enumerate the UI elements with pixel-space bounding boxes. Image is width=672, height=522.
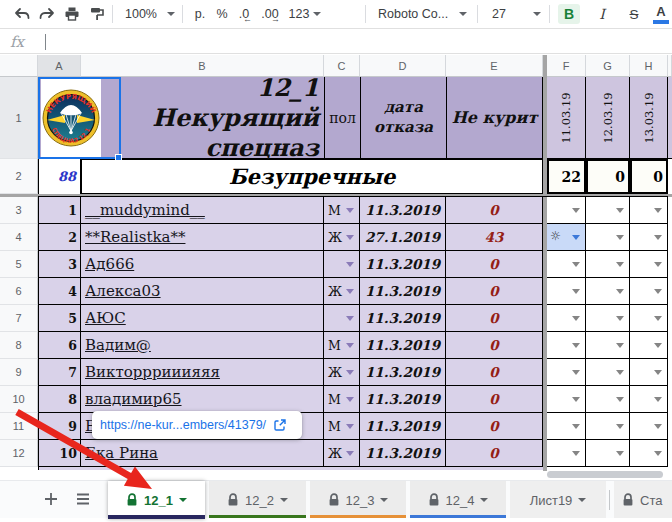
zoom-caret[interactable] — [166, 4, 176, 24]
formula-bar[interactable]: fx — [0, 28, 672, 54]
total-count-cell[interactable]: 88 — [38, 159, 81, 194]
dropdown-icon[interactable] — [346, 343, 354, 348]
dropdown-icon[interactable] — [346, 289, 354, 294]
day-cell[interactable] — [586, 251, 630, 278]
select-all-corner[interactable] — [0, 55, 38, 77]
day-cell[interactable] — [630, 251, 668, 278]
day-cell[interactable] — [547, 440, 586, 467]
row-header-3[interactable]: 3 — [0, 197, 38, 224]
italic-button[interactable]: I — [594, 4, 610, 24]
day-cell[interactable] — [630, 413, 668, 440]
dropdown-icon[interactable] — [616, 262, 624, 267]
strikethrough-button[interactable]: S — [626, 4, 642, 24]
days-count-cell[interactable]: 0 — [446, 440, 543, 467]
days-count-cell[interactable]: 43 — [446, 224, 543, 251]
row-header-8[interactable]: 8 — [0, 332, 38, 359]
member-name-link[interactable]: **Realistka** — [81, 224, 324, 251]
member-name-link[interactable]: Вадим@ — [81, 332, 324, 359]
day-cell[interactable] — [630, 305, 668, 332]
index-cell[interactable]: 3 — [38, 251, 81, 278]
row-header-2[interactable]: 2 — [0, 159, 38, 194]
member-name-link[interactable]: __muddymind__ — [81, 197, 324, 224]
gender-cell[interactable]: Ж — [324, 440, 360, 467]
day-header-1[interactable]: 11.03.19 — [547, 77, 586, 159]
quit-date-cell[interactable]: 11.3.2019 — [360, 332, 446, 359]
dropdown-icon[interactable] — [654, 451, 662, 456]
quit-date-cell[interactable]: 11.3.2019 — [360, 386, 446, 413]
tab-12_4[interactable]: 12_4 — [410, 481, 506, 519]
index-cell[interactable]: 9 — [38, 413, 81, 440]
dropdown-icon[interactable] — [572, 424, 580, 429]
tab-12_1[interactable]: 12_1 — [108, 481, 205, 519]
redo-button[interactable] — [38, 4, 56, 24]
gender-cell[interactable]: М — [324, 386, 360, 413]
dropdown-icon[interactable] — [654, 316, 662, 321]
days-count-cell[interactable]: 0 — [446, 305, 543, 332]
date-column-header[interactable]: дата отказа — [360, 77, 446, 159]
member-name-link[interactable]: владимир65 — [81, 386, 324, 413]
days-count-cell[interactable]: 0 — [446, 359, 543, 386]
gender-cell[interactable] — [324, 305, 360, 332]
day-cell[interactable] — [547, 386, 586, 413]
day-cell[interactable] — [630, 359, 668, 386]
dropdown-icon[interactable] — [654, 424, 662, 429]
day-cell[interactable] — [630, 332, 668, 359]
index-cell[interactable]: 10 — [38, 440, 81, 467]
dropdown-icon[interactable] — [572, 235, 580, 240]
gender-cell[interactable]: М — [324, 413, 360, 440]
day-cell[interactable] — [586, 332, 630, 359]
day-cell[interactable] — [630, 278, 668, 305]
member-name-link[interactable]: Ека Рина — [81, 440, 324, 467]
dropdown-icon[interactable] — [616, 235, 624, 240]
column-header-A[interactable]: A — [38, 55, 81, 77]
day-header-2[interactable]: 12.03.19 — [586, 77, 630, 159]
gender-cell[interactable]: М — [324, 332, 360, 359]
dropdown-icon[interactable] — [616, 424, 624, 429]
add-sheet-button[interactable] — [40, 488, 62, 510]
dropdown-icon[interactable] — [572, 262, 580, 267]
text-color-button[interactable]: A — [652, 4, 670, 24]
day-total-2[interactable]: 0 — [586, 159, 630, 194]
column-header-H[interactable]: H — [630, 55, 668, 77]
dropdown-icon[interactable] — [346, 451, 354, 456]
dropdown-icon[interactable] — [616, 343, 624, 348]
gender-cell[interactable]: Ж — [324, 224, 360, 251]
all-sheets-button[interactable] — [72, 488, 94, 510]
gender-cell[interactable]: Ж — [324, 359, 360, 386]
decrease-decimals-button[interactable]: .0← — [233, 4, 255, 24]
days-count-cell[interactable]: 0 — [446, 413, 543, 440]
zoom-select[interactable]: 100% — [122, 4, 160, 24]
gender-column-header[interactable]: пол — [324, 77, 360, 159]
dropdown-icon[interactable] — [572, 343, 580, 348]
day-cell[interactable] — [586, 278, 630, 305]
day-cell[interactable] — [586, 386, 630, 413]
days-count-cell[interactable]: 0 — [446, 386, 543, 413]
dropdown-icon[interactable] — [346, 397, 354, 402]
day-cell[interactable] — [547, 251, 586, 278]
column-header-C[interactable]: C — [324, 55, 360, 77]
index-cell[interactable]: 1 — [38, 197, 81, 224]
row-header-5[interactable]: 5 — [0, 251, 38, 278]
quit-date-cell[interactable]: 11.3.2019 — [360, 197, 446, 224]
row-header-10[interactable]: 10 — [0, 386, 38, 413]
index-cell[interactable]: 5 — [38, 305, 81, 332]
row-header-4[interactable]: 4 — [0, 224, 38, 251]
row-header-7[interactable]: 7 — [0, 305, 38, 332]
dropdown-icon[interactable] — [572, 316, 580, 321]
column-header-D[interactable]: D — [360, 55, 446, 77]
dropdown-icon[interactable] — [616, 208, 624, 213]
days-count-cell[interactable]: 0 — [446, 278, 543, 305]
tab-12_3[interactable]: 12_3 — [310, 481, 406, 519]
quit-date-cell[interactable]: 11.3.2019 — [360, 413, 446, 440]
row-header-12[interactable]: 12 — [0, 440, 38, 467]
row-header-6[interactable]: 6 — [0, 278, 38, 305]
member-name-link[interactable]: Викторррииияяя — [81, 359, 324, 386]
day-cell[interactable] — [586, 197, 630, 224]
horizontal-scrollbar[interactable] — [547, 471, 663, 478]
quit-date-cell[interactable]: 11.3.2019 — [360, 251, 446, 278]
dropdown-icon[interactable] — [572, 289, 580, 294]
member-name-link[interactable]: АЮС — [81, 305, 324, 332]
increase-decimals-button[interactable]: .00→ — [257, 4, 283, 24]
day-cell-highlighted[interactable]: ☼ — [547, 224, 586, 251]
day-cell[interactable] — [630, 440, 668, 467]
